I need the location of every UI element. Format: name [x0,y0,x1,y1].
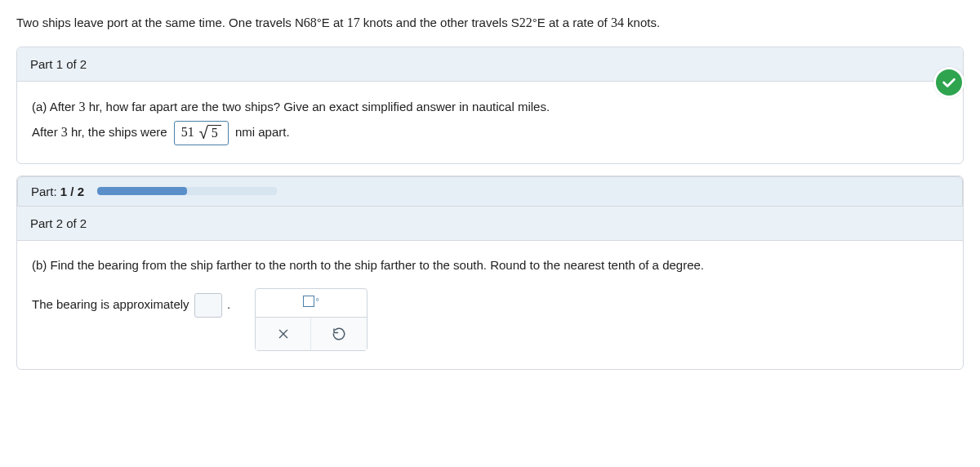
speed2: 34 [611,16,624,29]
problem-statement: Two ships leave port at the same time. O… [16,13,964,32]
speed1: 17 [347,16,360,29]
text: hr, how far apart are the two ships? Giv… [86,100,550,113]
bearing-input[interactable] [194,293,222,318]
toolbox: ° [255,288,368,351]
hours: 3 [79,100,86,113]
text: Two ships leave port at the same time. O… [16,16,304,29]
x-icon [277,327,290,340]
part2-question: (b) Find the bearing from the ship farth… [32,254,948,278]
text: (a) After [32,100,79,113]
degree-tool[interactable]: ° [256,289,367,318]
progress-header: Part: 1 / 2 [17,176,963,207]
part2-header: Part 2 of 2 [17,207,963,241]
text: knots. [624,16,660,29]
progress-fill [97,187,187,195]
reset-icon [332,327,346,341]
angle1: 68 [304,16,317,29]
degree-icon: ° [315,293,318,310]
text: knots and the other travels S [360,16,519,29]
answer-int: 51 [181,120,194,145]
clear-button[interactable] [256,318,311,350]
text: hr, the ships were [68,125,171,139]
correct-badge [933,67,964,98]
part1-question: (a) After 3 hr, how far apart are the tw… [32,95,948,119]
period: . [227,297,230,311]
part1-header: Part 1 of 2 [17,47,963,82]
radical: √ 5 [199,125,221,141]
part2-body: (b) Find the bearing from the ship farth… [17,241,963,369]
answer-label: The bearing is approximately [32,297,193,311]
text: °E at [317,16,347,29]
radicand: 5 [207,125,221,140]
answer-box[interactable]: 51 √ 5 [174,121,229,145]
hours: 3 [61,125,68,139]
part2-answer-line: The bearing is approximately . ° [32,288,948,351]
progress-track [97,187,277,195]
text: nmi apart. [235,125,290,139]
progress-label: Part: 1 / 2 [31,185,84,198]
part1-answer-line: After 3 hr, the ships were 51 √ 5 nmi ap… [32,120,948,145]
part1-panel: Part 1 of 2 (a) After 3 hr, how far apar… [16,47,964,163]
angle2: 22 [519,16,532,29]
reset-button[interactable] [311,318,367,350]
text: After [32,125,61,139]
part1-body: (a) After 3 hr, how far apart are the tw… [17,82,963,162]
text: °E at a rate of [532,16,611,29]
part2-panel: Part: 1 / 2 Part 2 of 2 (b) Find the bea… [16,176,964,370]
check-icon [940,73,958,91]
placeholder-box-icon [303,296,314,307]
